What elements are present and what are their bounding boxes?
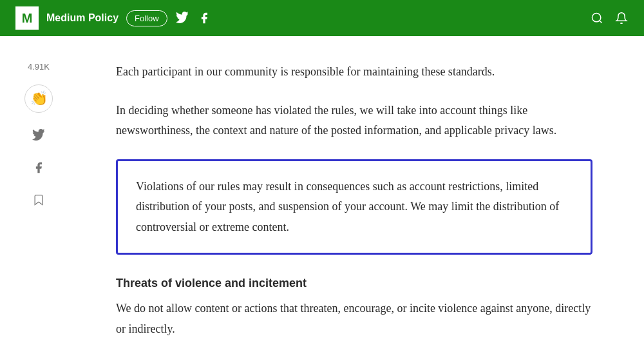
search-button[interactable] <box>590 11 604 25</box>
clap-button[interactable]: 👏 <box>24 84 53 113</box>
twitter-icon <box>176 12 189 24</box>
search-icon <box>591 12 603 24</box>
bookmark-icon <box>32 193 45 206</box>
highlighted-box: Violations of our rules may result in co… <box>116 159 592 255</box>
header-right-icons <box>590 11 629 25</box>
twitter-share-button[interactable] <box>29 126 48 145</box>
header-left: M Medium Policy Follow <box>15 6 590 30</box>
notifications-button[interactable] <box>614 11 629 25</box>
facebook-icon <box>198 12 211 24</box>
main-content: Each participant in our community is res… <box>77 36 631 343</box>
highlighted-text: Violations of our rules may result in co… <box>136 180 559 233</box>
site-header: M Medium Policy Follow <box>0 0 644 36</box>
paragraph-2: In deciding whether someone has violated… <box>116 101 592 141</box>
twitter-header-icon[interactable] <box>175 11 189 25</box>
facebook-share-button[interactable] <box>29 158 48 177</box>
bookmark-button[interactable] <box>29 190 48 210</box>
publication-title: Medium Policy <box>46 12 118 24</box>
clap-icon: 👏 <box>30 90 48 107</box>
twitter-share-icon <box>32 129 45 142</box>
follow-button[interactable]: Follow <box>126 10 167 26</box>
facebook-header-icon[interactable] <box>197 11 211 25</box>
facebook-share-icon <box>32 161 45 174</box>
paragraph-1: Each participant in our community is res… <box>116 62 592 83</box>
section-text: We do not allow content or actions that … <box>116 299 592 339</box>
bell-icon <box>615 12 628 24</box>
section-heading: Threats of violence and incitement <box>116 273 592 293</box>
svg-point-0 <box>592 14 601 22</box>
page-container: 4.91K 👏 Each participant in our communit… <box>0 36 644 343</box>
sidebar: 4.91K 👏 <box>0 36 77 343</box>
svg-line-1 <box>600 21 602 23</box>
medium-logo[interactable]: M <box>15 6 39 30</box>
clap-count: 4.91K <box>28 62 50 72</box>
